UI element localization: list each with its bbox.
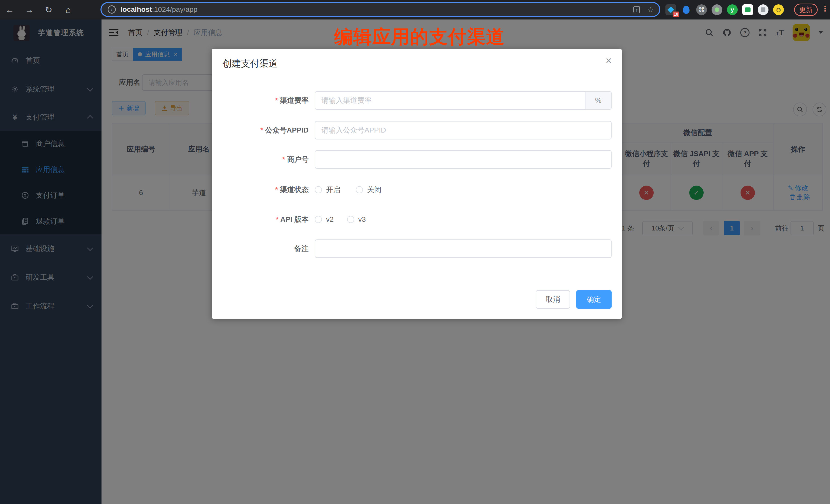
confirm-button[interactable]: 确定 bbox=[576, 290, 612, 309]
extension-y-icon[interactable]: y bbox=[727, 4, 738, 15]
browser-reload-button[interactable]: ↻ bbox=[39, 5, 58, 15]
status-close-radio[interactable]: 关闭 bbox=[356, 185, 381, 195]
form-row-appid: 公众号APPID bbox=[222, 121, 612, 139]
browser-menu-icon[interactable]: ⋮ bbox=[821, 4, 829, 13]
form-row-api-version: API 版本 v2 v3 bbox=[222, 210, 612, 229]
radio-circle-icon bbox=[356, 186, 363, 193]
bookmark-star-icon[interactable]: ☆ bbox=[647, 5, 654, 14]
form-row-status: 渠道状态 开启 关闭 bbox=[222, 181, 612, 199]
dialog-title: 创建支付渠道 bbox=[223, 57, 278, 70]
percent-suffix: % bbox=[585, 91, 612, 110]
rate-input[interactable] bbox=[315, 91, 585, 110]
browser-forward-button[interactable]: → bbox=[20, 5, 39, 15]
merchant-input[interactable] bbox=[315, 150, 612, 169]
extension-dot-icon[interactable] bbox=[711, 4, 722, 15]
form-row-rate: 渠道费率 % bbox=[222, 91, 612, 110]
api-v2-radio[interactable]: v2 bbox=[315, 215, 334, 224]
radio-circle-icon bbox=[315, 186, 322, 193]
site-info-icon[interactable]: i bbox=[108, 5, 116, 13]
remark-input[interactable] bbox=[315, 240, 612, 258]
dialog-close-icon[interactable]: × bbox=[606, 55, 612, 66]
extension-chat-icon[interactable] bbox=[742, 4, 753, 15]
remark-label: 备注 bbox=[222, 244, 309, 254]
url-text[interactable]: localhost:1024/pay/app bbox=[121, 5, 197, 13]
extensions-row: 10 ⌘ y ☺ bbox=[665, 0, 784, 20]
share-icon[interactable]: ↑ bbox=[633, 6, 640, 13]
radio-circle-icon bbox=[347, 216, 354, 223]
merchant-label: 商户号 bbox=[222, 155, 309, 164]
radio-circle-icon bbox=[315, 216, 322, 223]
api-version-label: API 版本 bbox=[222, 215, 309, 224]
status-open-radio[interactable]: 开启 bbox=[315, 185, 341, 195]
extension-command-icon[interactable]: ⌘ bbox=[696, 4, 707, 15]
screen: ← → ↻ ⌂ i localhost:1024/pay/app ↑ ☆ 10 … bbox=[0, 0, 830, 504]
form-row-merchant: 商户号 bbox=[222, 150, 612, 169]
extension-emoji-icon[interactable]: ☺ bbox=[773, 4, 784, 15]
form-row-remark: 备注 bbox=[222, 240, 612, 258]
appid-label: 公众号APPID bbox=[222, 125, 309, 135]
extension-balloon-icon[interactable] bbox=[681, 4, 692, 15]
appid-input[interactable] bbox=[315, 121, 612, 139]
browser-update-button[interactable]: 更新 bbox=[794, 4, 818, 16]
browser-home-button[interactable]: ⌂ bbox=[58, 5, 78, 15]
create-payment-channel-dialog: 创建支付渠道 × 渠道费率 % 公众号APPID 商户号 渠道状态 bbox=[212, 49, 622, 319]
browser-back-button[interactable]: ← bbox=[0, 5, 20, 15]
rate-label: 渠道费率 bbox=[222, 96, 309, 105]
status-label: 渠道状态 bbox=[222, 185, 309, 195]
address-bar[interactable]: i localhost:1024/pay/app ↑ ☆ bbox=[100, 2, 660, 17]
annotation-text: 编辑应用的支付渠道 bbox=[334, 25, 505, 49]
api-v3-radio[interactable]: v3 bbox=[347, 215, 366, 224]
browser-toolbar: ← → ↻ ⌂ i localhost:1024/pay/app ↑ ☆ 10 … bbox=[0, 0, 830, 20]
cancel-button[interactable]: 取消 bbox=[536, 290, 570, 309]
extension-puzzle-icon[interactable] bbox=[758, 4, 768, 15]
extension-devtools-icon[interactable]: 10 bbox=[665, 4, 676, 15]
